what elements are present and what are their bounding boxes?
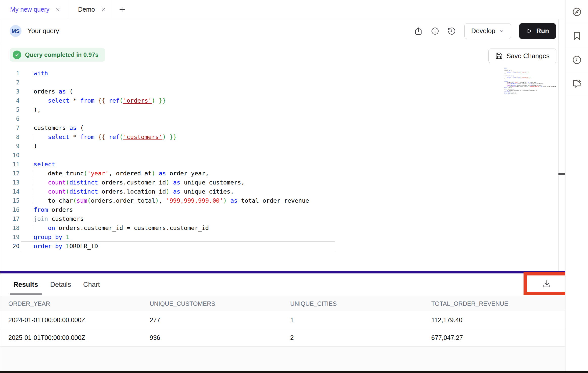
right-sidebar — [565, 0, 588, 371]
code-line[interactable]: 12 date_trunc('year', ordered_at) as ord… — [0, 169, 558, 178]
code-line[interactable]: 11select — [0, 160, 558, 169]
info-button[interactable] — [431, 27, 440, 36]
tab-close-icon[interactable] — [100, 7, 106, 12]
code-editor[interactable]: 1with2 3orders as (4 select * from {{ re… — [0, 64, 558, 271]
code-token: as — [173, 179, 180, 186]
code-token: count — [48, 179, 66, 186]
sidebar-item-explore[interactable] — [566, 0, 588, 24]
code-token: 1 — [66, 243, 69, 250]
minimap-line: select * from {{ ref('customers') }} — [504, 77, 531, 78]
editor-tab-2[interactable]: Demo — [68, 0, 114, 19]
code-line[interactable]: 10 — [0, 151, 558, 160]
code-token: count — [48, 188, 66, 195]
code-token: sum — [77, 197, 87, 204]
code-line[interactable]: 1with — [0, 69, 558, 78]
code-token: order_year, — [166, 170, 209, 177]
code-token: {{ — [98, 97, 105, 104]
code-token: orders.customer_id — [98, 179, 166, 186]
table-empty-area — [0, 347, 565, 371]
indent-guide — [34, 179, 34, 186]
sidebar-item-history[interactable] — [566, 48, 588, 72]
table-cell: 277 — [150, 316, 290, 324]
code-line[interactable]: 4 select * from {{ ref('orders') }} — [0, 96, 558, 105]
code-token: ) — [152, 170, 155, 177]
table-cell: 2024-01-01T00:00:00.000Z — [8, 316, 150, 324]
sidebar-item-bookmarks[interactable] — [566, 24, 588, 48]
code-token: join — [34, 215, 48, 222]
indent-guide — [34, 197, 34, 204]
indent-guide — [34, 170, 34, 177]
line-number: 7 — [0, 123, 19, 132]
code-line[interactable]: 17join customers — [0, 214, 558, 223]
code-token: unique_cities, — [180, 188, 234, 195]
code-token — [170, 188, 173, 195]
scrollbar-handle[interactable] — [558, 173, 565, 175]
code-token — [34, 133, 48, 141]
code-token: orders.customer_id = customers.customer_… — [55, 224, 209, 231]
sidebar-item-ai-assistant[interactable] — [566, 72, 588, 96]
results-tab-details[interactable]: Details — [50, 281, 71, 289]
code-line[interactable]: 9) — [0, 142, 558, 151]
results-tab-chart[interactable]: Chart — [83, 281, 100, 289]
code-line[interactable]: 16from orders — [0, 205, 558, 214]
code-token — [105, 97, 109, 104]
table-header-row: ORDER_YEARUNIQUE_CUSTOMERSUNIQUE_CITIEST… — [0, 296, 565, 311]
code-token: ( — [66, 88, 73, 95]
code-line[interactable]: 13 count(distinct orders.customer_id) as… — [0, 178, 558, 187]
results-tab-bar: ResultsDetailsChart — [0, 273, 565, 296]
line-number: 8 — [0, 132, 19, 142]
save-changes-button[interactable]: Save Changes — [488, 49, 556, 63]
tab-close-icon[interactable] — [55, 7, 61, 12]
results-tab-results[interactable]: Results — [13, 281, 38, 289]
code-token: 'customers' — [123, 133, 163, 141]
code-token — [34, 224, 48, 231]
code-token — [170, 179, 173, 186]
share-button[interactable] — [414, 27, 423, 36]
minimap[interactable]: with orders as ( select * from {{ ref('o… — [504, 67, 531, 94]
table-row: 2025-01-01T00:00:00.000Z9362677,047.27 — [0, 329, 565, 347]
code-token: orders.location_id — [98, 188, 166, 195]
run-label: Run — [536, 27, 549, 35]
code-line[interactable]: 7customers as ( — [0, 123, 558, 132]
develop-label: Develop — [471, 27, 495, 35]
editor-tab-1[interactable]: My new query — [0, 0, 68, 19]
code-token: select — [48, 133, 70, 141]
code-line[interactable]: 20order by 1ORDER_ID — [0, 242, 558, 251]
code-line[interactable]: 19group by 1 — [0, 232, 558, 242]
info-icon — [431, 27, 439, 35]
tab-bar: My new queryDemo — [0, 0, 565, 19]
code-token: as — [59, 88, 66, 95]
code-token: order by — [504, 92, 510, 94]
code-line[interactable]: 5), — [0, 105, 558, 114]
code-line[interactable]: 14 count(distinct orders.location_id) as… — [0, 187, 558, 196]
column-header: UNIQUE_CITIES — [290, 300, 431, 307]
code-token: as — [69, 124, 76, 131]
new-tab-button[interactable] — [113, 0, 131, 19]
code-line[interactable]: 2 — [0, 78, 558, 87]
code-token: 'customers' — [521, 77, 528, 78]
code-token: as — [159, 170, 166, 177]
column-header: UNIQUE_CUSTOMERS — [150, 300, 290, 307]
develop-dropdown[interactable]: Develop — [464, 23, 511, 39]
history-button[interactable] — [447, 27, 456, 36]
code-line[interactable]: 15 to_char(sum(orders.order_total), '999… — [0, 196, 558, 205]
code-token: as — [173, 188, 180, 195]
line-number: 16 — [0, 205, 19, 214]
run-button[interactable]: Run — [519, 23, 556, 39]
code-line[interactable]: 8 select * from {{ ref('customers') }} — [0, 132, 558, 142]
code-line[interactable]: 18 on orders.customer_id = customers.cus… — [0, 223, 558, 232]
history-icon — [447, 27, 456, 35]
code-token: from — [80, 97, 95, 104]
code-token: }} — [530, 77, 531, 78]
save-changes-label: Save Changes — [506, 52, 550, 60]
code-line[interactable]: 6 — [0, 114, 558, 123]
code-token — [105, 133, 109, 141]
code-token: , ordered_at — [109, 170, 152, 177]
code-line[interactable]: 3orders as ( — [0, 87, 558, 96]
download-results-button[interactable] — [528, 276, 565, 292]
indent-guide — [34, 97, 34, 104]
status-badge: Query completed in 0.97s — [10, 48, 105, 62]
indent-guide — [34, 134, 34, 140]
code-token: '999,999,999.00' — [529, 86, 540, 87]
panel-splitter[interactable] — [0, 271, 565, 273]
